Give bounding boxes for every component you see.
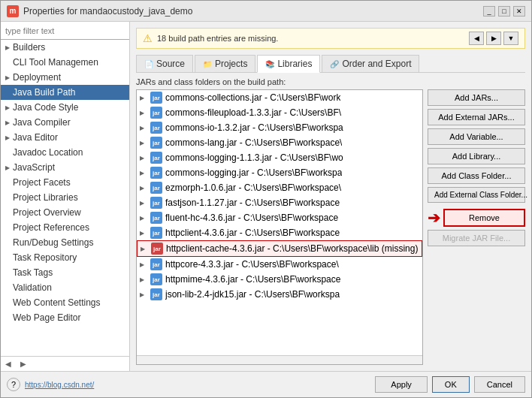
jar-item-6[interactable]: ▶ jar commons-logging.jar - C:\Users\BF\… [137,165,422,180]
sidebar-item-run-debug[interactable]: Run/Debug Settings [1,235,129,250]
jar-list[interactable]: ▶ jar commons-collections.jar - C:\Users… [137,90,422,355]
expand-icon: ▶ [5,44,10,51]
warning-menu-button[interactable]: ▼ [503,32,518,45]
add-library-button[interactable]: Add Library... [428,148,525,164]
expand-icon: ▶ [140,125,147,131]
sidebar-item-task-tags[interactable]: Task Tags [1,265,129,280]
expand-icon: ▶ [5,104,10,111]
jar-item-8[interactable]: ▶ jar fastjson-1.1.27.jar - C:\Users\BF\… [137,195,422,210]
jar-item-4[interactable]: ▶ jar commons-lang.jar - C:\Users\BF\wor… [137,135,422,150]
filter-input[interactable] [1,22,129,40]
sidebar-item-task-repository[interactable]: Task Repository [1,250,129,265]
sidebar-item-java-code-style[interactable]: ▶ Java Code Style [1,100,129,115]
maximize-button[interactable]: □ [498,6,510,17]
expand-icon: ▶ [140,291,147,298]
tab-projects[interactable]: 📁 Projects [195,55,255,72]
sidebar-item-javadoc[interactable]: Javadoc Location [1,145,129,160]
apply-button[interactable]: Apply [375,376,428,393]
minimize-button[interactable]: _ [483,6,495,17]
tab-source-label: Source [156,59,185,69]
sidebar-item-label: Project Libraries [13,192,78,203]
jar-item-1[interactable]: ▶ jar commons-collections.jar - C:\Users… [137,90,422,105]
expand-icon: ▶ [5,134,10,141]
title-bar: m Properties for mandaocustody_java_demo… [1,1,531,22]
horizontal-scrollbar[interactable] [137,355,422,364]
sidebar-item-label: Builders [13,42,45,53]
jar-icon: jar [150,258,162,270]
sidebar-item-project-facets[interactable]: Project Facets [1,175,129,190]
jar-item-10[interactable]: ▶ jar httpclient-4.3.6.jar - C:\Users\BF… [137,225,422,240]
jar-icon: jar [150,167,162,179]
sidebar: ▶ Builders CLI Tool Managemen ▶ Deployme… [1,22,130,371]
jar-item-5[interactable]: ▶ jar commons-logging-1.1.3.jar - C:\Use… [137,150,422,165]
jar-name: httpclient-cache-4.3.6.jar - C:\Users\BF… [166,243,418,254]
sidebar-item-validation[interactable]: Validation [1,280,129,295]
sidebar-item-project-references[interactable]: Project References [1,220,129,235]
cancel-button[interactable]: Cancel [474,376,525,393]
sidebar-next-button[interactable]: ▶ [16,357,31,372]
tab-order-export[interactable]: 🔗 Order and Export [322,55,419,72]
sidebar-item-label: Java Build Path [13,87,75,98]
jar-item-2[interactable]: ▶ jar commons-fileupload-1.3.3.jar - C:\… [137,105,422,120]
tabs-container: 📄 Source 📁 Projects 📚 Libraries 🔗 Order … [136,55,525,73]
sidebar-item-java-compiler[interactable]: ▶ Java Compiler [1,115,129,130]
jar-name: commons-collections.jar - C:\Users\BF\wo… [165,92,340,103]
sidebar-item-builders[interactable]: ▶ Builders [1,40,129,55]
sidebar-item-label: Javadoc Location [13,147,83,158]
ok-button[interactable]: OK [432,376,470,393]
jar-item-11[interactable]: ▶ jar httpclient-cache-4.3.6.jar - C:\Us… [137,240,422,257]
close-button[interactable]: ✕ [513,6,525,17]
jar-container: ▶ jar commons-collections.jar - C:\Users… [136,89,525,365]
jar-list-wrapper: ▶ jar commons-collections.jar - C:\Users… [136,89,423,365]
jar-icon: jar [150,92,162,104]
main-window: m Properties for mandaocustody_java_demo… [0,0,532,398]
jar-name: httpcore-4.3.3.jar - C:\Users\BF\workspa… [165,259,339,270]
jar-item-12[interactable]: ▶ jar httpcore-4.3.3.jar - C:\Users\BF\w… [137,257,422,272]
expand-icon: ▶ [140,170,147,176]
jar-name: httpclient-4.3.6.jar - C:\Users\BF\works… [165,228,340,238]
sidebar-item-label: CLI Tool Managemen [13,57,98,68]
sidebar-item-java-build-path[interactable]: Java Build Path [1,85,129,100]
sidebar-item-label: JavaScript [13,162,55,173]
warning-prev-button[interactable]: ◀ [469,32,484,45]
jar-name: json-lib-2.4-jdk15.jar - C:\Users\BF\wor… [165,289,340,300]
sidebar-item-cli[interactable]: CLI Tool Managemen [1,55,129,70]
arrow-indicator: ➔ [428,209,440,227]
add-external-class-folder-button[interactable]: Add External Class Folder... [428,187,525,203]
jar-name: fluent-hc-4.3.6.jar - C:\Users\BF\worksp… [165,213,338,223]
jar-name: commons-logging-1.1.3.jar - C:\Users\BF\… [165,152,343,163]
jar-icon: jar [150,152,162,164]
sidebar-item-deployment[interactable]: ▶ Deployment [1,70,129,85]
add-variable-button[interactable]: Add Variable... [428,128,525,145]
window-controls: _ □ ✕ [483,6,525,17]
sidebar-item-project-overview[interactable]: Project Overview [1,205,129,220]
sidebar-item-java-editor[interactable]: ▶ Java Editor [1,130,129,145]
add-class-folder-button[interactable]: Add Class Folder... [428,167,525,184]
action-buttons: Add JARs... Add External JARs... Add Var… [428,89,525,365]
expand-icon: ▶ [140,110,147,116]
warning-next-button[interactable]: ▶ [486,32,501,45]
sidebar-item-label: Project Overview [13,207,81,218]
sidebar-prev-button[interactable]: ◀ [1,357,16,372]
sidebar-item-project-libraries[interactable]: Project Libraries [1,190,129,205]
sidebar-item-web-page-editor[interactable]: Web Page Editor [1,310,129,325]
help-button[interactable]: ? [7,378,20,391]
libraries-tab-icon: 📚 [265,60,274,68]
jar-item-14[interactable]: ▶ jar json-lib-2.4-jdk15.jar - C:\Users\… [137,287,422,302]
tab-libraries[interactable]: 📚 Libraries [257,55,320,73]
remove-button[interactable]: Remove [443,209,525,227]
jar-item-13[interactable]: ▶ jar httpmime-4.3.6.jar - C:\Users\BF\w… [137,272,422,287]
jar-item-9[interactable]: ▶ jar fluent-hc-4.3.6.jar - C:\Users\BF\… [137,210,422,225]
migrate-jar-button[interactable]: Migrate JAR File... [428,230,525,246]
tab-source[interactable]: 📄 Source [136,55,193,72]
add-jars-button[interactable]: Add JARs... [428,89,525,106]
sidebar-item-web-content[interactable]: Web Content Settings [1,295,129,310]
expand-icon: ▶ [140,140,147,146]
order-tab-icon: 🔗 [330,60,339,68]
jar-item-7[interactable]: ▶ jar ezmorph-1.0.6.jar - C:\Users\BF\wo… [137,180,422,195]
sidebar-item-javascript[interactable]: ▶ JavaScript [1,160,129,175]
jar-icon: jar [150,273,162,285]
bottom-buttons: Apply OK Cancel [375,376,525,393]
add-external-jars-button[interactable]: Add External JARs... [428,109,525,125]
jar-item-3[interactable]: ▶ jar commons-io-1.3.2.jar - C:\Users\BF… [137,120,422,135]
